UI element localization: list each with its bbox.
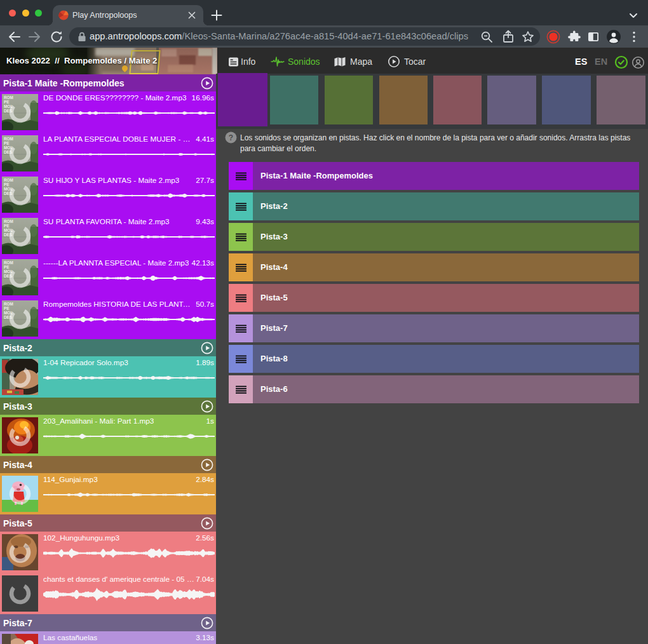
svg-text:ROM: ROM bbox=[4, 219, 13, 224]
svg-text:PE: PE bbox=[4, 182, 10, 187]
svg-text:ROM: ROM bbox=[4, 178, 13, 182]
svg-text:PE: PE bbox=[4, 141, 10, 145]
svg-text:PE: PE bbox=[4, 224, 10, 228]
svg-text:PE: PE bbox=[4, 306, 10, 311]
svg-text:PE: PE bbox=[4, 265, 10, 269]
svg-text:ROM: ROM bbox=[4, 95, 13, 100]
svg-text:ROM: ROM bbox=[4, 137, 13, 141]
svg-text:?: ? bbox=[229, 133, 233, 142]
svg-text:ROM: ROM bbox=[4, 260, 13, 265]
svg-text:PE: PE bbox=[4, 100, 10, 104]
svg-text:ROM: ROM bbox=[4, 302, 13, 306]
